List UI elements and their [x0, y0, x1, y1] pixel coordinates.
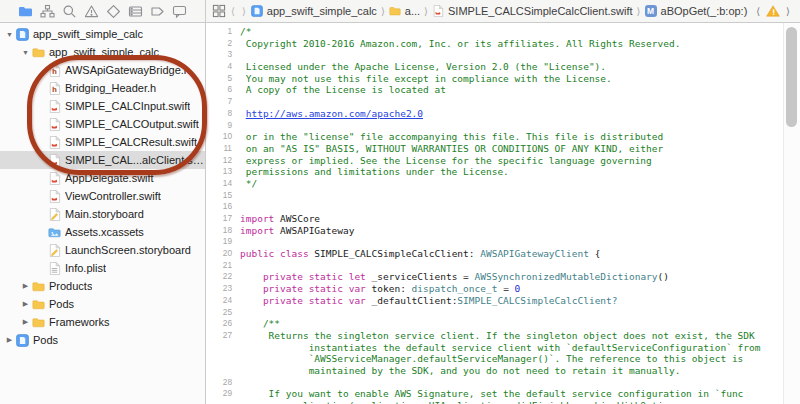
line-number: 4	[206, 61, 240, 73]
code-text: _serviceClients =	[366, 271, 475, 283]
svg-text:h: h	[52, 68, 57, 76]
code-line-10: 10 or in the "license" file accompanying…	[206, 131, 800, 143]
tree-item-assets-xcassets[interactable]: Assets.xcassets	[0, 223, 205, 241]
tree-item-frameworks[interactable]: ▶Frameworks	[0, 313, 205, 331]
tree-item-label: Bridging_Header.h	[65, 82, 156, 94]
editor-scrollbar-thumb[interactable]	[786, 27, 797, 127]
tree-item-pods[interactable]: ▶Pods	[0, 295, 205, 313]
line-number: 22	[206, 271, 240, 283]
project-navigator-icon[interactable]	[18, 4, 33, 19]
code-text: or in the "license" file accompanying th…	[240, 131, 663, 143]
tree-item-simple-calcinput-swift[interactable]: SIMPLE_CALCInput.swift	[0, 97, 205, 115]
test-navigator-icon[interactable]	[106, 4, 121, 19]
code-text: private static var	[263, 283, 366, 295]
code-line-27: 27 Returns the singleton service client.…	[206, 330, 800, 342]
breadcrumb-item[interactable]: app_swift_simple_calc	[251, 5, 377, 17]
breadcrumb-item[interactable]: SIMPLE_CALCSimpleCalcClient.swift	[432, 5, 633, 17]
tree-item-label: app_swift_simple_calc	[33, 28, 143, 40]
project-icon	[15, 334, 29, 347]
line-number: 14	[206, 178, 240, 190]
code-text: private static let	[263, 271, 366, 283]
warning-icon[interactable]: !	[766, 5, 780, 17]
code-line-28: 28	[206, 377, 800, 389]
tree-item-info-plist[interactable]: Info.plist	[0, 259, 205, 277]
code-text: ()	[658, 271, 669, 283]
tree-item-label: AWSApiGatewayBridge.h	[65, 64, 190, 76]
tree-item-bridging-header-h[interactable]: hBridging_Header.h	[0, 79, 205, 97]
disclosure-triangle[interactable]: ▶	[20, 282, 31, 290]
code-text: AWSCore	[274, 213, 320, 225]
line-number: 21	[206, 260, 240, 272]
tree-item-main-storyboard[interactable]: Main.storyboard	[0, 205, 205, 223]
breakpoint-navigator-icon[interactable]	[150, 4, 165, 19]
code-text: private static var	[263, 295, 366, 307]
next-issue-button[interactable]: ⟩	[784, 6, 792, 17]
breadcrumb-item[interactable]: a...	[389, 5, 420, 17]
source-editor[interactable]: 1/*2 Copyright 2010-2016 Amazon.com, Inc…	[206, 23, 800, 404]
line-number: 2	[206, 38, 240, 50]
line-number: 27	[206, 330, 240, 342]
breadcrumb-item[interactable]: MaBOpGet(_:b:op:)	[645, 5, 748, 17]
code-line-wrap: maintained by the SDK, and you do not ne…	[206, 365, 800, 377]
editor-scrollbar-track[interactable]	[783, 23, 800, 404]
disclosure-triangle[interactable]: ▼	[20, 49, 31, 56]
code-line-25: 25	[206, 307, 800, 319]
code-text: Licensed under the Apache License, Versi…	[240, 61, 606, 73]
tree-item-simple-cal-alcclient-swift[interactable]: SIMPLE_CAL...alcClient.swift	[0, 151, 205, 169]
tree-item-products[interactable]: ▶Products	[0, 277, 205, 295]
line-number: 3	[206, 49, 240, 61]
line-number: 23	[206, 283, 240, 295]
code-text: permissions and limitations under the Li…	[240, 166, 509, 178]
method-badge: M	[645, 5, 657, 17]
tree-item-appdelegate-swift[interactable]: AppDelegate.swift	[0, 169, 205, 187]
code-line-16: 16	[206, 201, 800, 213]
project-icon	[251, 5, 263, 17]
disclosure-triangle[interactable]: ▶	[4, 336, 15, 344]
tree-item-label: Info.plist	[65, 262, 106, 274]
code-text: SIMPLE_CALCSimpleCalcClient?	[457, 295, 617, 307]
disclosure-triangle[interactable]: ▶	[20, 318, 31, 326]
debug-navigator-icon[interactable]	[128, 4, 143, 19]
code-line-wrap: `AWSServiceManager.defaultServiceManager…	[206, 353, 800, 365]
history-forward-button[interactable]: ⟩	[240, 6, 248, 17]
tree-item-simple-calcresult-swift[interactable]: SIMPLE_CALCResult.swift	[0, 133, 205, 151]
tree-item-app-swift-simple-calc[interactable]: ▼app_swift_simple_calc	[0, 43, 205, 61]
report-navigator-icon[interactable]	[172, 4, 187, 19]
symbol-navigator-icon[interactable]	[40, 4, 55, 19]
find-navigator-icon[interactable]	[62, 4, 77, 19]
tree-item-viewcontroller-swift[interactable]: ViewController.swift	[0, 187, 205, 205]
code-line-17: 17import AWSCore	[206, 213, 800, 225]
code-line-24: 24 private static var _defaultClient:SIM…	[206, 295, 800, 307]
breadcrumb-label: a...	[405, 5, 420, 17]
code-line-19: 19	[206, 236, 800, 248]
tree-item-label: Products	[49, 280, 92, 292]
history-back-button[interactable]: ⟨	[229, 6, 237, 17]
code-text: application(application: UIApplication, …	[240, 400, 680, 404]
tree-item-label: Frameworks	[49, 316, 110, 328]
tree-item-launchscreen-storyboard[interactable]: LaunchScreen.storyboard	[0, 241, 205, 259]
code-text: If you want to enable AWS Signature, set…	[240, 388, 743, 400]
project-navigator[interactable]: ▼app_swift_simple_calc▼app_swift_simple_…	[0, 23, 206, 404]
tree-item-app-swift-simple-calc[interactable]: ▼app_swift_simple_calc	[0, 25, 205, 43]
storyboard-icon	[47, 244, 61, 257]
disclosure-triangle[interactable]: ▶	[20, 300, 31, 308]
code-line-23: 23 private static var token: dispatch_on…	[206, 283, 800, 295]
file-h-icon: h	[47, 64, 61, 77]
file-swift-icon	[47, 154, 61, 167]
folder-icon	[31, 298, 45, 311]
related-items-icon[interactable]	[212, 4, 226, 18]
file-swift-icon	[47, 172, 61, 185]
issue-navigator-icon[interactable]	[84, 4, 99, 19]
tree-item-simple-calcoutput-swift[interactable]: SIMPLE_CALCOutput.swift	[0, 115, 205, 133]
tree-item-awsapigatewaybridge-h[interactable]: hAWSApiGatewayBridge.h	[0, 61, 205, 79]
tree-item-label: SIMPLE_CALCOutput.swift	[65, 118, 199, 130]
line-number	[206, 400, 240, 404]
tree-item-pods[interactable]: ▶Pods	[0, 331, 205, 349]
code-text: instantiates the default service client …	[240, 342, 760, 354]
line-number: 11	[206, 143, 240, 155]
line-number: 25	[206, 307, 240, 319]
tree-item-label: AppDelegate.swift	[65, 172, 154, 184]
previous-issue-button[interactable]: ⟨	[754, 6, 762, 17]
disclosure-triangle[interactable]: ▼	[4, 31, 15, 38]
code-text: Returns the singleton service client. If…	[240, 330, 755, 342]
